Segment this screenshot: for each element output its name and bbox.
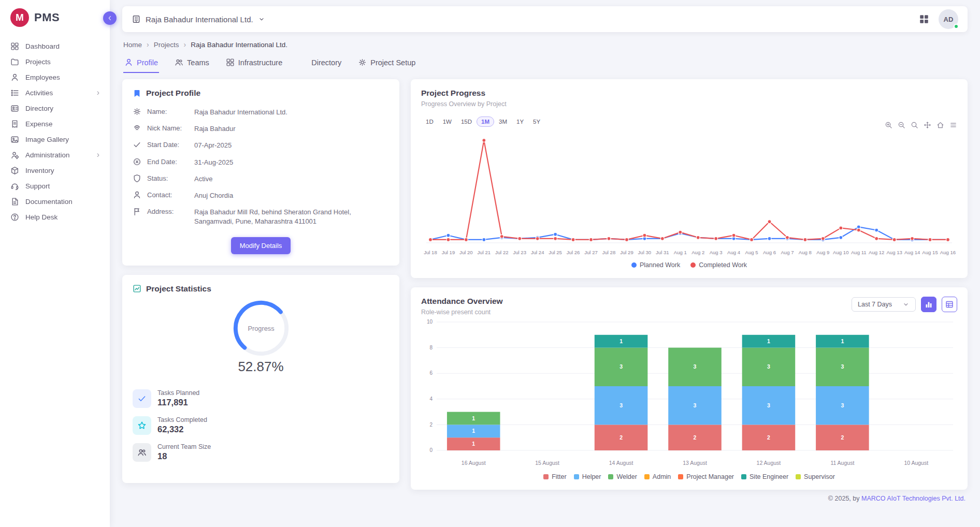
stat-value: 18 <box>157 451 211 461</box>
logo-icon: M <box>10 8 29 27</box>
svg-text:Jul 25: Jul 25 <box>549 250 562 255</box>
legend-item-project-manager[interactable]: Project Manager <box>678 473 734 480</box>
profile-card-title: Project Profile <box>146 89 200 98</box>
bookmark-icon <box>133 89 141 98</box>
user-avatar[interactable]: AD <box>939 9 958 29</box>
svg-text:Jul 26: Jul 26 <box>567 250 580 255</box>
sidebar-item-dashboard[interactable]: Dashboard <box>0 38 110 54</box>
sidebar-item-expense[interactable]: Expense <box>0 116 110 131</box>
project-statistics-card: Project Statistics Progress 52.87% <box>122 275 399 483</box>
footer: © 2025, by MARCO AIoT Technologies Pvt. … <box>122 495 965 502</box>
range-button-5y[interactable]: 5Y <box>528 116 545 127</box>
footer-copyright: © 2025, by <box>828 495 861 502</box>
field-value: Raja Bahadur Mill Rd, behind Sheraton Gr… <box>194 207 368 226</box>
sidebar-item-employees[interactable]: Employees <box>0 69 110 85</box>
legend-item-supervisor[interactable]: Supervisor <box>796 473 835 480</box>
progress-percent-value: 52.87% <box>238 359 283 375</box>
range-button-1y[interactable]: 1Y <box>512 116 528 127</box>
range-button-3m[interactable]: 3M <box>494 116 512 127</box>
sidebar-item-label: Directory <box>25 105 53 112</box>
legend-item-fitter[interactable]: Fitter <box>543 473 566 480</box>
svg-text:Jul 30: Jul 30 <box>638 250 652 255</box>
range-button-15d[interactable]: 15D <box>456 116 477 127</box>
legend-label: Planned Work <box>640 261 680 269</box>
breadcrumb-item-home[interactable]: Home › <box>123 40 149 49</box>
tab-profile[interactable]: Profile <box>123 55 159 73</box>
tab-project-setup[interactable]: Project Setup <box>357 55 416 73</box>
field-icon <box>133 191 141 199</box>
view-toggle-chart[interactable] <box>921 297 936 312</box>
tab-label: Project Setup <box>370 58 415 67</box>
sidebar-item-image-gallery[interactable]: Image Gallery <box>0 131 110 147</box>
breadcrumb-item-current[interactable]: Raja Bahadur International Ltd. <box>191 41 287 49</box>
legend-item-planned-work[interactable]: Planned Work <box>631 261 680 269</box>
svg-text:Aug 3: Aug 3 <box>710 250 723 255</box>
svg-text:Jul 19: Jul 19 <box>442 250 455 255</box>
range-button-1m[interactable]: 1M <box>477 116 494 127</box>
company-selector[interactable]: Raja Bahadur International Ltd. <box>132 14 265 24</box>
progress-line-chart[interactable]: Jul 18Jul 19Jul 20Jul 21Jul 22Jul 23Jul … <box>421 130 957 259</box>
legend-item-site-engineer[interactable]: Site Engineer <box>741 473 788 480</box>
sidebar-item-support[interactable]: Support <box>0 178 110 194</box>
sidebar-item-documentation[interactable]: Documentation <box>0 194 110 209</box>
field-label: Nick Name: <box>147 124 189 132</box>
legend-item-helper[interactable]: Helper <box>574 473 601 480</box>
line-chart-legend: Planned WorkCompleted Work <box>421 261 957 269</box>
sidebar-item-label: Support <box>25 182 50 190</box>
svg-text:2: 2 <box>841 434 844 441</box>
field-name: Name: Raja Bahadur International Ltd. <box>133 107 389 117</box>
sidebar-item-help-desk[interactable]: Help Desk <box>0 209 110 225</box>
sidebar-item-label: Projects <box>25 58 51 66</box>
chart-tool-icon-home[interactable] <box>936 121 944 129</box>
tab-icon <box>175 58 183 67</box>
days-filter-select[interactable]: Last 7 Days <box>852 297 916 312</box>
tab-icon <box>124 58 133 67</box>
legend-swatch <box>608 474 613 479</box>
tab-icon <box>299 58 308 67</box>
svg-text:Aug 1: Aug 1 <box>674 250 687 255</box>
progress-card-title: Project Progress <box>421 89 957 98</box>
tab-infrastructure[interactable]: Infrastructure <box>225 55 283 73</box>
tab-directory[interactable]: Directory <box>298 55 342 73</box>
app-logo[interactable]: M PMS <box>0 0 110 34</box>
field-label: Name: <box>147 107 189 115</box>
sidebar-item-activities[interactable]: Activities › <box>0 85 110 100</box>
chart-tool-icon-pan[interactable] <box>924 121 931 129</box>
svg-text:Aug 9: Aug 9 <box>816 250 829 255</box>
stat-tasks-planned: Tasks Planned 117,891 <box>133 389 389 408</box>
legend-item-completed-work[interactable]: Completed Work <box>690 261 747 269</box>
legend-item-welder[interactable]: Welder <box>608 473 637 480</box>
tab-teams[interactable]: Teams <box>174 55 210 73</box>
legend-label: Supervisor <box>804 473 835 480</box>
sidebar-item-projects[interactable]: Projects <box>0 54 110 69</box>
right-column: Project Progress Progress Overview by Pr… <box>411 79 968 490</box>
chart-tool-icon-zoom-in[interactable] <box>885 121 892 129</box>
sidebar-item-directory[interactable]: Directory <box>0 100 110 116</box>
sidebar-nav: Dashboard Projects Employees Activities … <box>0 34 110 225</box>
view-toggle-table[interactable] <box>942 297 957 312</box>
chart-tool-icon-selection-zoom[interactable] <box>911 121 918 129</box>
svg-text:12 August: 12 August <box>757 460 781 466</box>
legend-item-admin[interactable]: Admin <box>644 473 671 480</box>
svg-text:2: 2 <box>429 422 433 428</box>
attendance-overview-card: Attendance Overview Role-wise present co… <box>411 287 968 490</box>
chart-tool-icon-menu[interactable] <box>949 121 957 129</box>
tab-label: Infrastructure <box>238 58 282 67</box>
sidebar-item-inventory[interactable]: Inventory <box>0 163 110 178</box>
field-value: Raja Bahadur International Ltd. <box>194 107 287 117</box>
chart-line-icon <box>133 284 141 293</box>
sidebar-collapse-button[interactable] <box>103 11 117 25</box>
project-profile-card: Project Profile Name: Raja Bahadur Inter… <box>122 79 399 266</box>
profile-fields: Name: Raja Bahadur International Ltd. Ni… <box>133 107 389 227</box>
range-button-1w[interactable]: 1W <box>438 116 456 127</box>
svg-text:14 August: 14 August <box>609 460 633 466</box>
apps-grid-icon[interactable] <box>919 14 929 24</box>
range-button-1d[interactable]: 1D <box>421 116 438 127</box>
chart-tool-icon-zoom-out[interactable] <box>898 121 905 129</box>
attendance-bar-chart[interactable]: 024681011116 August15 August233114 Augus… <box>421 317 957 471</box>
sidebar-item-administration[interactable]: Administration › <box>0 147 110 163</box>
modify-details-button[interactable]: Modify Details <box>231 237 291 254</box>
breadcrumb-item-projects[interactable]: Projects › <box>154 40 186 49</box>
sidebar-item-label: Dashboard <box>25 42 60 50</box>
footer-brand-link[interactable]: MARCO AIoT Technologies Pvt. Ltd. <box>861 495 965 502</box>
